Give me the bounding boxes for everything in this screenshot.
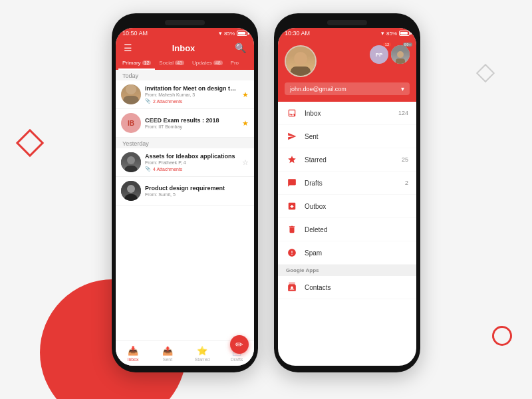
mail-item-4[interactable]: Product design requirement From: Sumit, … xyxy=(116,177,254,205)
menu-drafts-count: 2 xyxy=(405,180,408,186)
phone1-screen: 10:50 AM ▾ 85% ☰ Inbox 🔍 Primary xyxy=(116,28,254,366)
menu-drafts-label: Drafts xyxy=(305,180,398,187)
tab-primary-badge: 12 xyxy=(142,61,152,65)
avatar-small-group: 12 PP 99+ xyxy=(370,45,410,64)
mail-subject-4: Product design requirement xyxy=(145,185,249,192)
nav-inbox-icon: 📥 xyxy=(128,346,138,356)
attachment-count-3: 4 Attachments xyxy=(153,167,182,172)
phone2-time: 10:30 AM xyxy=(285,30,310,37)
tab-social-label: Social xyxy=(159,60,174,66)
compose-icon: ✏ xyxy=(235,339,243,350)
avatar-iit: IB xyxy=(121,113,141,133)
menu-item-drafts[interactable]: Drafts 2 xyxy=(278,172,416,195)
phone1-time: 10:50 AM xyxy=(122,30,148,37)
tab-updates[interactable]: Updates 48 xyxy=(188,57,227,70)
avatar-photo-sm[interactable] xyxy=(391,45,410,64)
mail-from-4: From: Sumit, 5 xyxy=(145,192,249,197)
mail-content-3: Assets for Ideabox applications From: Pr… xyxy=(145,153,238,172)
inbox-title: Inbox xyxy=(132,43,235,53)
star-filled-1[interactable]: ★ xyxy=(242,90,249,99)
drawer-avatars: 12 PP 99+ xyxy=(285,45,410,77)
avatar-sumit xyxy=(121,181,141,201)
email-address: john.doe@gmail.com xyxy=(290,86,346,92)
avatar-badge-2: 99+ xyxy=(403,43,412,47)
drawer-header: 12 PP 99+ xyxy=(278,39,416,102)
drafts-icon xyxy=(286,177,298,189)
attachment-icon-3: 📎 xyxy=(145,166,151,172)
nav-starred-icon: ⭐ xyxy=(197,346,207,356)
nav-sent[interactable]: 📤 Sent xyxy=(150,346,185,362)
search-icon[interactable]: 🔍 xyxy=(235,43,246,53)
nav-starred-label: Starred xyxy=(195,357,210,362)
menu-deleted-label: Deleted xyxy=(305,226,402,233)
menu-item-outbox[interactable]: Outbox xyxy=(278,195,416,218)
star-filled-2[interactable]: ★ xyxy=(242,119,249,128)
phone1-header: ☰ Inbox 🔍 xyxy=(116,39,254,57)
menu-icon[interactable]: ☰ xyxy=(124,43,132,53)
tab-pro[interactable]: Pro xyxy=(227,57,243,70)
menu-item-inbox[interactable]: Inbox 124 xyxy=(278,102,416,125)
chevron-down-icon: ▾ xyxy=(401,85,404,92)
avatar-pp[interactable]: PP xyxy=(370,45,388,64)
avatar-sm-wrap-1: 12 PP xyxy=(370,45,388,64)
inbox-tabs: Primary 12 Social 43 Updates 48 Pro xyxy=(116,57,254,70)
tab-updates-badge: 48 xyxy=(213,61,223,65)
compose-fab[interactable]: ✏ xyxy=(230,335,249,354)
star-outline-3[interactable]: ☆ xyxy=(242,158,249,167)
attachment-count-1: 2 Attachments xyxy=(153,99,182,104)
avatar-pratheek xyxy=(121,152,141,172)
section-yesterday: Yesterday xyxy=(116,138,254,148)
nav-starred[interactable]: ⭐ Starred xyxy=(185,346,219,362)
menu-item-spam[interactable]: Spam xyxy=(278,241,416,265)
avatar-mahesh xyxy=(121,84,141,104)
avatar-badge-1: 12 xyxy=(383,43,391,47)
mail-subject-2: CEED Exam results : 2018 xyxy=(145,117,238,124)
menu-sent-label: Sent xyxy=(305,133,402,140)
bg-diamond xyxy=(16,129,44,157)
mail-item-3[interactable]: Assets for Ideabox applications From: Pr… xyxy=(116,148,254,177)
mail-content-1: Invitation for Meet on design thinking F… xyxy=(145,85,238,104)
tab-pro-label: Pro xyxy=(231,60,239,66)
phone2-status-icons: ▾ 85% xyxy=(381,30,410,37)
menu-item-contacts[interactable]: Contacts xyxy=(278,276,416,299)
phone2-notch xyxy=(327,20,367,25)
nav-inbox[interactable]: 📥 Inbox xyxy=(116,346,150,362)
tab-primary[interactable]: Primary 12 xyxy=(118,57,155,70)
menu-item-deleted[interactable]: Deleted xyxy=(278,218,416,241)
menu-item-sent[interactable]: Sent xyxy=(278,125,416,148)
menu-item-starred[interactable]: Starred 25 xyxy=(278,148,416,172)
trash-icon xyxy=(286,223,298,235)
menu-inbox-label: Inbox xyxy=(305,110,392,117)
phone1: 10:50 AM ▾ 85% ☰ Inbox 🔍 Primary xyxy=(112,13,258,372)
avatar-sm-wrap-2: 99+ xyxy=(391,45,410,64)
inbox-icon xyxy=(286,107,298,119)
tab-social-badge: 43 xyxy=(175,61,184,65)
contacts-icon xyxy=(286,281,298,293)
mail-item-2[interactable]: IB CEED Exam results : 2018 From: IIT Bo… xyxy=(116,109,254,138)
outbox-icon xyxy=(286,200,298,212)
menu-inbox-count: 124 xyxy=(398,110,408,116)
mail-subject-1: Invitation for Meet on design thinking xyxy=(145,85,238,92)
mail-list: Today Invitation for Meet on design thin… xyxy=(116,70,254,340)
tab-primary-label: Primary xyxy=(122,60,141,66)
menu-contacts-label: Contacts xyxy=(305,284,402,291)
mail-item-1[interactable]: Invitation for Meet on design thinking F… xyxy=(116,80,254,109)
mail-from-3: From: Pratheek P, 4 xyxy=(145,160,238,165)
email-selector[interactable]: john.doe@gmail.com ▾ xyxy=(285,82,410,95)
phone2-wifi-icon: ▾ xyxy=(381,30,384,37)
sent-icon xyxy=(286,130,298,142)
mail-subject-3: Assets for Ideabox applications xyxy=(145,153,238,160)
mail-content-4: Product design requirement From: Sumit, … xyxy=(145,185,249,197)
mail-content-2: CEED Exam results : 2018 From: IIT Bomba… xyxy=(145,117,238,129)
section-google-apps: Google Apps xyxy=(278,265,416,276)
drawer-menu: Inbox 124 Sent Starred xyxy=(278,102,416,366)
phone1-status-bar: 10:50 AM ▾ 85% xyxy=(116,28,254,39)
nav-inbox-label: Inbox xyxy=(127,357,138,362)
mail-from-2: From: IIT Bombay xyxy=(145,124,238,129)
menu-spam-label: Spam xyxy=(305,249,402,257)
tab-social[interactable]: Social 43 xyxy=(155,57,188,70)
phone1-notch xyxy=(165,20,205,25)
nav-sent-icon: 📤 xyxy=(162,346,173,356)
phone2-battery-icon xyxy=(399,31,410,36)
section-today: Today xyxy=(116,70,254,80)
